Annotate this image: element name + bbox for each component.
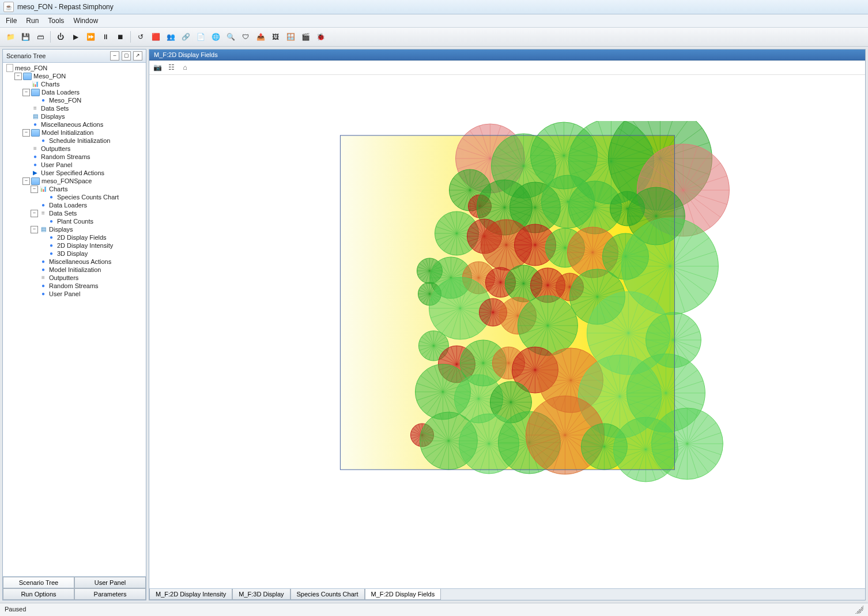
bullet-icon bbox=[31, 121, 39, 128]
camera-icon[interactable]: 📷 bbox=[152, 62, 163, 73]
tree-item[interactable]: Random Streams bbox=[21, 153, 145, 161]
tree-item[interactable]: Schedule Initialization bbox=[29, 137, 145, 145]
menu-run[interactable]: Run bbox=[21, 16, 43, 26]
window-icon[interactable]: 🪟 bbox=[284, 30, 297, 44]
open-icon[interactable]: 📁 bbox=[3, 30, 17, 44]
bottom-tab-species-counts-chart[interactable]: Species Counts Chart bbox=[290, 589, 365, 600]
tree-toggle-icon[interactable]: − bbox=[31, 210, 38, 217]
layers-icon[interactable]: ☷ bbox=[165, 62, 177, 73]
tree-toggle-icon[interactable]: − bbox=[31, 226, 38, 233]
network-icon[interactable]: 🔗 bbox=[179, 30, 193, 44]
left-tab-parameters[interactable]: Parameters bbox=[74, 588, 146, 600]
tree-item[interactable]: Random Streams bbox=[29, 282, 145, 290]
tree-item[interactable]: −meso_FONSpace bbox=[21, 177, 145, 185]
init-icon[interactable]: ⏻ bbox=[54, 30, 67, 44]
tree-toggle-icon[interactable]: − bbox=[22, 89, 30, 96]
tree-item[interactable]: −Model Initialization bbox=[21, 129, 145, 137]
export-icon[interactable]: 📤 bbox=[254, 30, 267, 44]
tree-toggle-icon[interactable]: − bbox=[31, 186, 38, 193]
pause-icon[interactable]: ⏸ bbox=[99, 30, 112, 44]
colors-icon[interactable]: 🟥 bbox=[149, 30, 163, 44]
tree-item[interactable]: 2D Display Intensity bbox=[37, 241, 145, 250]
step-icon[interactable]: ⏩ bbox=[84, 30, 97, 44]
log-icon[interactable]: 📄 bbox=[194, 30, 207, 44]
java-icon: ☕ bbox=[3, 2, 14, 12]
display-canvas[interactable] bbox=[149, 75, 865, 588]
agent-circle[interactable] bbox=[518, 296, 578, 356]
tree-item-label: Meso_FON bbox=[49, 96, 81, 104]
maximize-icon[interactable]: ▢ bbox=[122, 51, 131, 61]
tree-item[interactable]: −📊Charts bbox=[29, 185, 145, 193]
tree-toggle-icon[interactable]: − bbox=[22, 129, 30, 137]
chart-icon: 📊 bbox=[39, 186, 47, 192]
tree-item[interactable]: −▤Displays bbox=[29, 225, 145, 233]
float-icon[interactable]: ↗ bbox=[133, 51, 142, 61]
left-tab-user-panel[interactable]: User Panel bbox=[74, 577, 146, 588]
globe-icon[interactable]: 🌐 bbox=[209, 30, 222, 44]
tree-item[interactable]: ≡Data Sets bbox=[21, 104, 145, 112]
tree-item[interactable]: −Data Loaders bbox=[21, 88, 145, 96]
tree-item[interactable]: Miscellaneous Actions bbox=[21, 120, 145, 129]
tree-item[interactable]: User Panel bbox=[21, 161, 145, 169]
agent-circle[interactable] bbox=[651, 408, 723, 479]
tree-item[interactable]: Data Loaders bbox=[29, 201, 145, 209]
tree-item[interactable]: 3D Display bbox=[37, 250, 145, 258]
picture-icon[interactable]: 🖼 bbox=[269, 30, 282, 44]
tree-toggle-placeholder bbox=[22, 161, 30, 169]
tree-item[interactable]: 2D Display Fields bbox=[37, 233, 145, 241]
tree-item-label: User Panel bbox=[49, 290, 80, 298]
display-header: M_F:2D Display Fields bbox=[149, 50, 865, 61]
bottom-tab-m-f-2d-display-intensity[interactable]: M_F:2D Display Intensity bbox=[149, 589, 232, 600]
dataset-icon: ≡ bbox=[31, 145, 39, 152]
bottom-tab-m-f-2d-display-fields[interactable]: M_F:2D Display Fields bbox=[365, 589, 441, 600]
home-icon[interactable]: ⌂ bbox=[179, 62, 191, 73]
bullet-icon bbox=[31, 153, 39, 160]
title-bar: ☕ meso_FON - Repast Simphony bbox=[0, 0, 868, 14]
tree-toggle-icon[interactable]: − bbox=[14, 73, 22, 80]
tree-toggle-placeholder bbox=[39, 250, 46, 258]
tree-item-label: Displays bbox=[49, 225, 73, 233]
dataset-icon: ≡ bbox=[39, 210, 47, 217]
bullet-icon bbox=[31, 161, 39, 168]
save-icon[interactable]: 💾 bbox=[18, 30, 32, 44]
tree-toggle-icon[interactable]: − bbox=[22, 177, 30, 185]
tree-item[interactable]: User Panel bbox=[29, 290, 145, 298]
bug-icon[interactable]: 🐞 bbox=[314, 30, 327, 44]
agents-icon[interactable]: 👥 bbox=[164, 30, 178, 44]
tree-item[interactable]: User Specified Actions bbox=[21, 169, 145, 177]
stop-icon[interactable]: ⏹ bbox=[114, 30, 127, 44]
movie-icon[interactable]: 🎬 bbox=[299, 30, 312, 44]
left-tab-scenario-tree[interactable]: Scenario Tree bbox=[3, 577, 74, 588]
play-icon[interactable]: ▶ bbox=[69, 30, 82, 44]
tree-item-label: Outputters bbox=[41, 145, 70, 153]
tree-item[interactable]: ≡Outputters bbox=[21, 145, 145, 153]
tree-item[interactable]: −Meso_FON bbox=[13, 72, 145, 80]
tree-item[interactable]: ≡Outputters bbox=[29, 274, 145, 282]
reset-icon[interactable]: ↺ bbox=[134, 30, 148, 44]
tree-item[interactable]: ▤Displays bbox=[21, 112, 145, 120]
tree-item[interactable]: Miscellaneous Actions bbox=[29, 258, 145, 266]
tree-item[interactable]: Plant Counts bbox=[37, 217, 145, 225]
resize-grip-icon[interactable] bbox=[855, 606, 863, 614]
scenario-tree[interactable]: meso_FON−Meso_FON📊Charts−Data LoadersMes… bbox=[3, 63, 146, 576]
shield-icon[interactable]: 🛡 bbox=[239, 30, 252, 44]
tree-item-label: User Specified Actions bbox=[41, 169, 104, 177]
tree-item[interactable]: −≡Data Sets bbox=[29, 209, 145, 217]
tree-item[interactable]: Species Counts Chart bbox=[37, 193, 145, 201]
menu-window[interactable]: Window bbox=[69, 16, 103, 26]
left-tab-run-options[interactable]: Run Options bbox=[3, 588, 74, 600]
tree-item[interactable]: Model Initialization bbox=[29, 266, 145, 274]
menu-tools[interactable]: Tools bbox=[43, 16, 69, 26]
menu-file[interactable]: File bbox=[1, 16, 21, 26]
tree-root[interactable]: meso_FON bbox=[5, 64, 145, 72]
database-icon[interactable]: 🗃 bbox=[33, 30, 47, 44]
minimize-icon[interactable]: – bbox=[110, 51, 119, 61]
tree-item[interactable]: Meso_FON bbox=[29, 96, 145, 104]
bullet-icon bbox=[47, 250, 55, 257]
search-icon[interactable]: 🔍 bbox=[224, 30, 237, 44]
bottom-tab-m-f-3d-display[interactable]: M_F:3D Display bbox=[232, 589, 290, 600]
tree-item-label: 2D Display Intensity bbox=[57, 241, 113, 250]
tree-item[interactable]: 📊Charts bbox=[21, 80, 145, 88]
bullet-icon bbox=[47, 194, 55, 201]
display-toolbar: 📷☷⌂ bbox=[149, 61, 865, 75]
